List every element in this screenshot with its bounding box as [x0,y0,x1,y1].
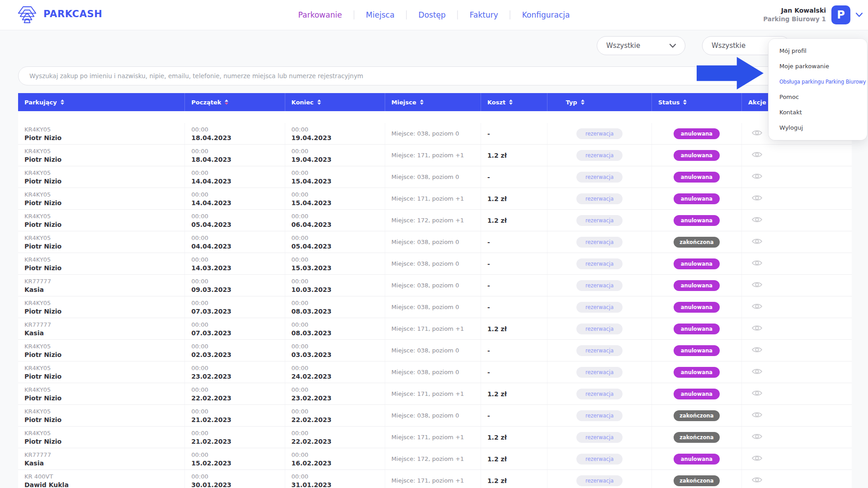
eye-icon [752,238,762,245]
start-time: 00:00 [191,300,284,306]
cost: - [481,253,547,275]
menu-item[interactable]: Pomoc [769,89,867,105]
license-plate: KR4KY05 [24,191,184,198]
end-time: 00:00 [292,235,385,241]
nav-item-parkowanie[interactable]: Parkowanie [287,10,354,19]
column-header-status[interactable]: Status [651,93,741,111]
cost: 1.2 zł [481,145,547,166]
status-badge: zakończona [674,432,720,443]
status-badge: anulowana [674,302,720,313]
start-date: 02.03.2023 [191,351,284,358]
view-details-button[interactable] [752,194,762,202]
cost: - [481,231,547,253]
avatar[interactable]: P [831,5,850,24]
cost: 1.2 zł [481,470,547,488]
user-name: Jan Kowalski [763,6,826,15]
license-plate: KR4KY05 [24,343,184,350]
top-navbar: PARKCASH ParkowanieMiejscaDostępFakturyK… [0,0,868,30]
sort-icon [581,99,585,105]
column-header-koniec[interactable]: Koniec [285,93,385,111]
start-time: 00:00 [191,169,284,176]
end-time: 00:00 [292,256,385,263]
view-details-button[interactable] [752,346,762,353]
nav-item-faktury[interactable]: Faktury [458,10,510,19]
chevron-down-icon[interactable] [856,13,863,17]
nav-item-dostęp[interactable]: Dostęp [407,10,458,19]
start-date: 07.03.2023 [191,308,284,315]
end-time: 00:00 [292,169,385,176]
view-details-button[interactable] [752,129,762,136]
menu-item[interactable]: Obsługa parkingu Parking Biurowy 1 [769,74,867,89]
cost: 1.2 zł [481,427,547,448]
sort-icon [61,99,64,105]
view-details-button[interactable] [752,151,762,158]
column-header-parkujący[interactable]: Parkujący [18,93,185,111]
parking-spot: Miejsce: 171, poziom +1 [385,470,481,488]
menu-item[interactable]: Wyloguj [769,120,867,136]
status-badge: anulowana [674,215,720,226]
table-row: KR4KY05 Piotr Nizio 00:00 18.04.2023 00:… [18,123,852,145]
view-details-button[interactable] [752,173,762,180]
driver-name: Dawid Kukla [24,481,184,488]
type-badge: rezerwacja [576,432,623,443]
view-details-button[interactable] [752,389,762,397]
sort-icon [420,99,424,105]
view-details-button[interactable] [752,281,762,288]
table-row: KR4KY05 Piotr Nizio 00:00 02.03.2023 00:… [18,340,852,361]
view-details-button[interactable] [752,433,762,440]
view-details-button[interactable] [752,368,762,375]
type-badge: rezerwacja [576,215,623,226]
end-time: 00:00 [292,321,385,328]
driver-name: Piotr Nizio [24,394,184,402]
sort-icon [509,99,513,105]
table-row: KR77777 Kasia 00:00 15.02.2023 00:00 16.… [18,448,852,470]
table-row: KR4KY05 Piotr Nizio 00:00 14.04.2023 00:… [18,166,852,188]
cost: 1.2 zł [481,188,547,210]
driver-name: Piotr Nizio [24,438,184,445]
parking-spot: Miejsce: 038, poziom 0 [385,361,481,383]
parkcash-logo-icon [16,5,38,23]
user-menu-trigger[interactable]: Jan Kowalski Parking Biurowy 1 P [763,0,863,30]
view-details-button[interactable] [752,324,762,332]
brand-logo[interactable]: PARKCASH [16,5,102,23]
view-details-button[interactable] [752,476,762,483]
sort-icon [225,99,228,105]
eye-icon [752,368,762,375]
view-details-button[interactable] [752,238,762,245]
parking-spot: Miejsce: 172, poziom +1 [385,210,481,231]
start-time: 00:00 [191,430,284,436]
column-header-koszt[interactable]: Koszt [481,93,547,111]
view-details-button[interactable] [752,455,762,462]
start-time: 00:00 [191,126,284,133]
end-time: 00:00 [292,300,385,306]
end-time: 00:00 [292,126,385,133]
eye-icon [752,476,762,483]
table-body: KR4KY05 Piotr Nizio 00:00 18.04.2023 00:… [18,111,852,488]
column-header-początek[interactable]: Początek [185,93,285,111]
menu-item[interactable]: Mój profil [769,43,867,59]
view-details-button[interactable] [752,216,762,223]
menu-item[interactable]: Kontakt [769,105,867,120]
column-header-miejsce[interactable]: Miejsce [385,93,481,111]
view-details-button[interactable] [752,411,762,418]
nav-item-miejsca[interactable]: Miejsca [354,10,406,19]
license-plate: KR4KY05 [24,148,184,155]
cost: - [481,340,547,361]
end-date: 05.04.2023 [292,243,385,250]
nav-item-konfiguracja[interactable]: Konfiguracja [510,10,582,19]
end-date: 19.04.2023 [292,134,385,141]
column-header-typ[interactable]: Typ [547,93,652,111]
sort-icon [683,99,687,105]
driver-name: Piotr Nizio [24,416,184,423]
filter-select-status[interactable]: Wszystkie [597,36,685,55]
view-details-button[interactable] [752,259,762,267]
end-date: 15.04.2023 [292,199,385,206]
end-date: 10.03.2023 [292,286,385,293]
end-time: 00:00 [292,430,385,436]
view-details-button[interactable] [752,303,762,310]
end-date: 06.04.2023 [292,221,385,228]
eye-icon [752,455,762,462]
menu-item[interactable]: Moje parkowanie [769,59,867,74]
start-date: 30.01.2023 [191,481,284,488]
start-time: 00:00 [191,321,284,328]
